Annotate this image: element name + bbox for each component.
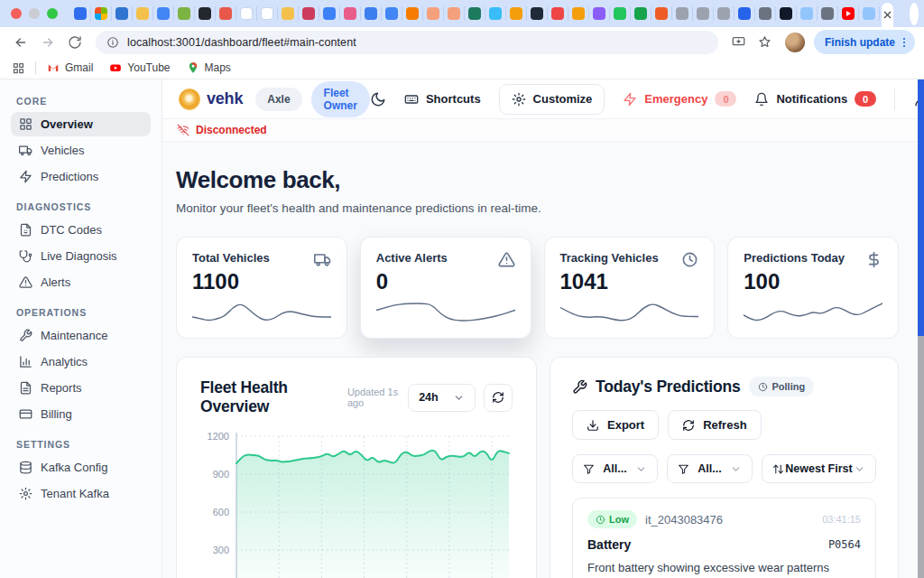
active-tab[interactable] xyxy=(882,3,893,27)
stat-sparkline xyxy=(560,300,699,323)
address-bar[interactable]: localhost:3001/dashboard/fleet#main-cont… xyxy=(96,31,718,54)
severity-filter-select[interactable]: All... xyxy=(667,454,753,483)
maximize-window-button[interactable] xyxy=(47,8,58,19)
pinned-tab[interactable] xyxy=(465,6,485,21)
favicon-icon xyxy=(178,7,190,20)
pinned-tab[interactable] xyxy=(610,6,631,21)
stat-card-predictions-today[interactable]: Predictions Today100 xyxy=(727,237,899,339)
sidebar-item-dtc-codes[interactable]: DTC Codes xyxy=(11,218,151,242)
sidebar-item-billing[interactable]: Billing xyxy=(11,402,151,426)
favicon-icon xyxy=(551,7,564,20)
emergency-button[interactable]: Emergency 0 xyxy=(623,91,736,107)
pinned-tab[interactable] xyxy=(797,6,818,21)
pinned-tab[interactable] xyxy=(776,6,797,21)
finish-update-button[interactable]: Finish update xyxy=(814,30,915,54)
profile-avatar[interactable] xyxy=(785,33,805,52)
pinned-tab[interactable] xyxy=(216,6,236,21)
pinned-tab[interactable] xyxy=(672,6,693,21)
customize-button[interactable]: Customize xyxy=(499,84,605,115)
export-button[interactable]: Export xyxy=(572,410,659,440)
stat-card-total-vehicles[interactable]: Total Vehicles1100 xyxy=(176,237,347,339)
sidebar-item-tenant-kafka[interactable]: Tenant Kafka xyxy=(11,481,151,506)
minimize-window-button[interactable] xyxy=(29,8,40,19)
pinned-tab[interactable] xyxy=(859,6,880,21)
bookmark-maps[interactable]: Maps xyxy=(187,61,231,74)
new-tab-button[interactable] xyxy=(902,4,910,23)
url-text[interactable]: localhost:3001/dashboard/fleet#main-cont… xyxy=(127,36,356,49)
pinned-tab[interactable] xyxy=(423,6,444,21)
site-info-icon[interactable] xyxy=(106,36,119,49)
pinned-tab[interactable] xyxy=(112,6,133,21)
pinned-tab[interactable] xyxy=(631,6,651,21)
sidebar-item-live-diagnosis[interactable]: Live Diagnosis xyxy=(11,244,151,268)
send-to-device-icon[interactable] xyxy=(727,31,750,53)
pinned-tab[interactable] xyxy=(174,6,195,21)
tab-search-button[interactable] xyxy=(910,3,919,25)
pinned-tab[interactable] xyxy=(236,6,257,21)
close-window-button[interactable] xyxy=(11,8,22,19)
pinned-tab[interactable] xyxy=(361,6,382,21)
sidebar-item-maintenance[interactable]: Maintenance xyxy=(11,323,151,348)
pinned-tab[interactable] xyxy=(153,6,174,21)
pinned-tab[interactable] xyxy=(693,6,714,21)
stat-card-active-alerts[interactable]: Active Alerts0 xyxy=(360,237,531,339)
bookmark-star-icon[interactable] xyxy=(753,31,776,53)
alert-triangle-icon xyxy=(19,275,32,289)
pinned-tab[interactable] xyxy=(568,6,589,21)
pinned-tab[interactable] xyxy=(299,6,319,21)
sort-select[interactable]: Newest First xyxy=(762,454,876,483)
page-scrollbar[interactable] xyxy=(918,79,924,578)
time-range-select[interactable]: 24h xyxy=(408,384,476,412)
pinned-tab[interactable] xyxy=(714,6,735,21)
sidebar-item-predictions[interactable]: Predictions xyxy=(11,164,151,189)
sidebar-item-overview[interactable]: Overview xyxy=(11,112,151,136)
brand[interactable]: vehk xyxy=(179,89,243,110)
pinned-tab[interactable] xyxy=(838,6,859,21)
reload-button[interactable] xyxy=(63,31,87,54)
brand-name: vehk xyxy=(207,89,243,108)
browser-menu-icon[interactable] xyxy=(897,35,911,50)
scrollbar-thumb[interactable] xyxy=(918,79,924,336)
pinned-tab[interactable] xyxy=(755,6,776,21)
sidebar-item-kafka-config[interactable]: Kafka Config xyxy=(11,455,151,480)
pinned-tab[interactable] xyxy=(527,6,548,21)
pinned-tab[interactable] xyxy=(548,6,568,21)
pinned-tab[interactable] xyxy=(818,6,838,21)
prediction-card[interactable]: Low it_2043083476 03:41:15 Battery P0564… xyxy=(572,498,876,578)
sidebar-item-vehicles[interactable]: Vehicles xyxy=(11,138,151,163)
forward-button[interactable] xyxy=(36,31,60,54)
back-button[interactable] xyxy=(9,31,32,54)
pinned-tab[interactable] xyxy=(485,6,506,21)
pinned-tab[interactable] xyxy=(133,6,153,21)
pinned-tab[interactable] xyxy=(382,6,402,21)
pinned-tab[interactable] xyxy=(444,6,465,21)
close-tab-icon[interactable] xyxy=(882,9,893,21)
notifications-button[interactable]: Notifications 0 xyxy=(754,91,876,107)
apps-grid-icon[interactable] xyxy=(11,61,26,76)
sidebar-item-reports[interactable]: Reports xyxy=(11,376,151,400)
pinned-tab[interactable] xyxy=(91,6,112,21)
pinned-tab[interactable] xyxy=(651,6,672,21)
pinned-tab[interactable] xyxy=(319,6,340,21)
pinned-tab[interactable] xyxy=(257,6,278,21)
refresh-button[interactable]: Refresh xyxy=(668,410,761,440)
dark-mode-toggle-icon[interactable] xyxy=(370,91,386,107)
pinned-tab[interactable] xyxy=(589,6,610,21)
shortcuts-button[interactable]: Shortcuts xyxy=(404,92,481,107)
chart-refresh-button[interactable] xyxy=(484,384,513,412)
sidebar-item-analytics[interactable]: Analytics xyxy=(11,350,151,374)
pinned-tab[interactable] xyxy=(735,6,755,21)
bookmark-gmail[interactable]: Gmail xyxy=(47,61,93,74)
pinned-tab[interactable] xyxy=(340,6,361,21)
pinned-tab[interactable] xyxy=(506,6,527,21)
role-badge: Fleet Owner xyxy=(311,81,370,117)
pinned-tab[interactable] xyxy=(195,6,216,21)
bookmark-youtube[interactable]: YouTube xyxy=(109,61,170,74)
component-filter-select[interactable]: All... xyxy=(572,454,658,483)
welcome-section: Welcome back, Monitor your fleet's healt… xyxy=(176,166,899,215)
pinned-tab[interactable] xyxy=(402,6,423,21)
stat-card-tracking-vehicles[interactable]: Tracking Vehicles1041 xyxy=(544,237,716,339)
pinned-tab[interactable] xyxy=(278,6,299,21)
sidebar-item-alerts[interactable]: Alerts xyxy=(11,270,151,294)
pinned-tab[interactable] xyxy=(70,6,91,21)
